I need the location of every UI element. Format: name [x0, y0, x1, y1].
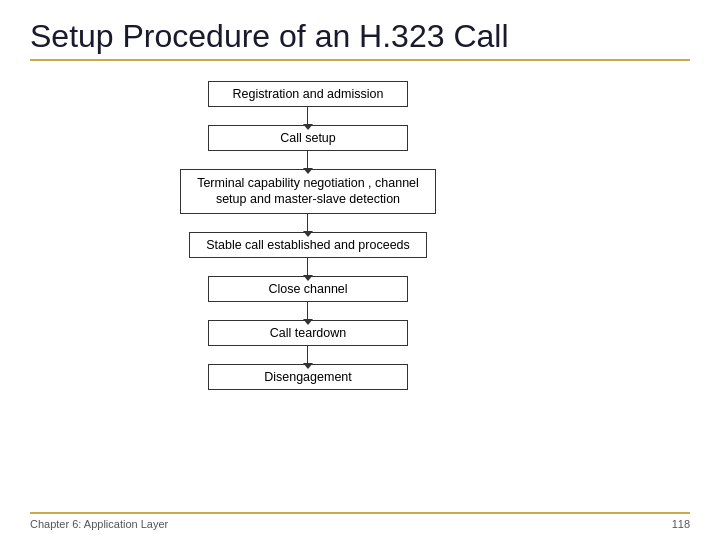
- step-box-registration: Registration and admission: [208, 81, 408, 107]
- step-box-terminal: Terminal capability negotiation , channe…: [180, 169, 436, 214]
- footer: Chapter 6: Application Layer 118: [30, 512, 690, 530]
- footer-page: 118: [672, 518, 690, 530]
- steps-column: Registration and admissionCall setupTerm…: [180, 81, 436, 390]
- arrow-4: [307, 258, 308, 276]
- footer-chapter: Chapter 6: Application Layer: [30, 518, 168, 530]
- arrow-2: [307, 151, 308, 169]
- diagram-wrapper: Registration and admissionCall setupTerm…: [180, 81, 540, 481]
- page-title: Setup Procedure of an H.323 Call: [30, 18, 690, 61]
- content-area: Registration and admissionCall setupTerm…: [30, 73, 690, 512]
- arrow-6: [307, 346, 308, 364]
- arrow-3: [307, 214, 308, 232]
- labels-column: RASQ.931H.245RTP/RTCPH.245Q.931RAS: [460, 81, 540, 481]
- page: Setup Procedure of an H.323 Call Registr…: [0, 0, 720, 540]
- arrow-1: [307, 107, 308, 125]
- arrow-5: [307, 302, 308, 320]
